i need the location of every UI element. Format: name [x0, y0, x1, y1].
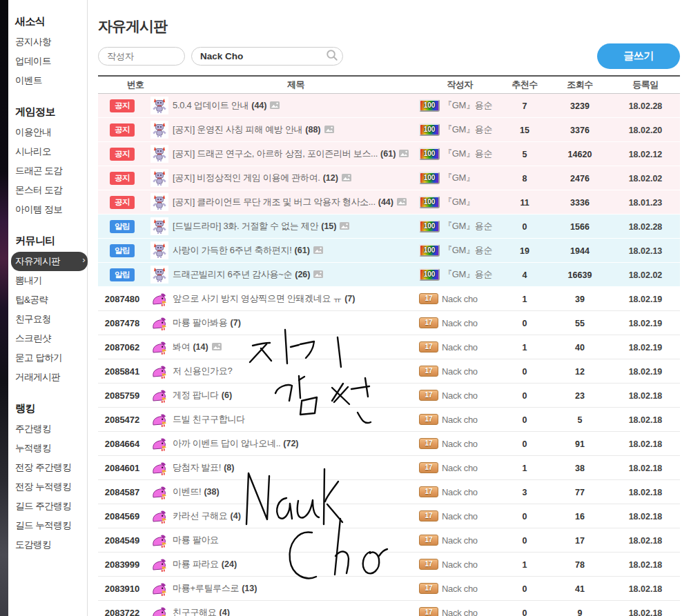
comment-count: (61) — [380, 149, 396, 159]
author-name[interactable]: Nack cho — [442, 487, 478, 497]
comment-count: (14) — [193, 342, 208, 352]
avatar-cell — [146, 314, 173, 332]
author-name[interactable]: Nack cho — [442, 318, 478, 328]
write-post-button[interactable]: 글쓰기 — [597, 43, 680, 69]
author-name[interactable]: 『GM』용순 — [443, 123, 492, 136]
post-title-link[interactable]: 마룡 팔아봐용 — [173, 317, 228, 329]
sidebar-item-도감랭킹[interactable]: 도감랭킹 — [14, 535, 87, 555]
post-title-link[interactable]: 앞으로 사기 방지 영상찍으면 안돼겠네요 ㅠ — [173, 292, 342, 305]
author-cell: 17Nack cho — [419, 462, 500, 473]
author-name[interactable]: Nack cho — [442, 294, 478, 304]
table-row: 공지[공지] 운영진 사칭 피해 예방 안내(88)100『GM』용순15337… — [98, 118, 680, 142]
post-badge: 공지 — [98, 148, 146, 161]
author-name[interactable]: 『GM』용순 — [443, 268, 492, 281]
author-name[interactable]: 『GM』용순 — [443, 148, 492, 160]
post-title-link[interactable]: 아까 이벤트 답이 않나오네.. — [173, 437, 280, 450]
search-button[interactable] — [325, 48, 338, 63]
comment-count: (72) — [283, 439, 298, 448]
views-cell: 39 — [549, 292, 611, 305]
sidebar-item-길드-누적랭킹[interactable]: 길드 누적랭킹 — [14, 516, 87, 535]
sidebar-item-거래게시판[interactable]: 거래게시판 — [14, 368, 87, 387]
search-input[interactable] — [200, 51, 325, 61]
sidebar-item-팁&공략[interactable]: 팁&공략 — [14, 290, 87, 310]
likes-cell: 0 — [500, 510, 549, 522]
table-row: 2083999마룡 파라요(24)17Nack cho17818.02.18 — [98, 553, 680, 577]
sidebar-item-이용안내[interactable]: 이용안내 — [14, 123, 87, 142]
post-title-link[interactable]: 게정 팝니다 — [173, 389, 219, 401]
table-row: 2087480앞으로 사기 방지 영상찍으면 안돼겠네요 ㅠ(7)17Nack … — [98, 287, 680, 311]
sidebar-item-자유게시판[interactable]: 자유게시판› — [11, 252, 88, 271]
author-name[interactable]: Nack cho — [442, 584, 478, 594]
author-name[interactable]: Nack cho — [442, 390, 478, 401]
post-title-link[interactable]: [공지] 운영진 사칭 피해 예방 안내 — [173, 123, 302, 136]
sidebar-item-누적랭킹[interactable]: 누적랭킹 — [14, 439, 87, 458]
title-cell: 앞으로 사기 방지 영상찍으면 안돼겠네요 ㅠ(7) — [173, 292, 419, 305]
sidebar-item-드래곤-도감[interactable]: 드래곤 도감 — [14, 161, 87, 181]
sidebar-item-친구요청[interactable]: 친구요청 — [14, 310, 87, 329]
search-box — [191, 47, 343, 66]
author-cell: 17Nack cho — [419, 317, 500, 328]
sidebar-item-주간랭킹[interactable]: 주간랭킹 — [14, 419, 87, 439]
author-name[interactable]: 『GM』용순 — [443, 99, 492, 112]
author-name[interactable]: Nack cho — [442, 535, 478, 546]
avatar-cell — [146, 290, 173, 308]
comment-count: (38) — [204, 487, 219, 497]
pet-avatar-icon — [150, 507, 168, 525]
notice-badge: 공지 — [110, 196, 135, 209]
post-title-link[interactable]: 당첨자 발표! — [173, 461, 221, 474]
sidebar-item-전장-주간랭킹[interactable]: 전장 주간랭킹 — [14, 458, 87, 477]
sidebar-item-시나리오[interactable]: 시나리오 — [14, 142, 87, 161]
post-title-link[interactable]: 사랑이 가득한 6주년 축하편지! — [173, 244, 292, 257]
sidebar-item-전장-누적랭킹[interactable]: 전장 누적랭킹 — [14, 477, 87, 497]
level-badge: 100 — [419, 220, 440, 232]
post-title-link[interactable]: [공지] 드래곤 연구소, 아르하 상점, 포이즌리버 보스... — [173, 148, 378, 160]
author-name[interactable]: Nack cho — [442, 511, 478, 521]
sidebar-item-몬스터-도감[interactable]: 몬스터 도감 — [14, 181, 87, 200]
post-title-link[interactable]: 이벤뜨! — [173, 486, 201, 498]
image-attachment-icon — [340, 220, 349, 232]
sidebar-item-공지사항[interactable]: 공지사항 — [14, 32, 87, 52]
post-title-link[interactable]: 봐여 — [173, 341, 190, 353]
author-name[interactable]: 『GM』용순 — [443, 244, 492, 257]
avatar-cell — [146, 507, 173, 525]
author-name[interactable]: Nack cho — [442, 559, 478, 570]
post-title-link[interactable]: [공지] 클라이언트 무단 개조 및 버그 악용자 형사소... — [173, 196, 376, 208]
author-name[interactable]: Nack cho — [442, 608, 478, 616]
sidebar-item-길드-주간랭킹[interactable]: 길드 주간랭킹 — [14, 497, 87, 516]
post-number-text: 2087480 — [105, 294, 140, 304]
post-title-link[interactable]: [공지] 비정상적인 게임 이용에 관하여. — [173, 172, 320, 184]
post-title-link[interactable]: 드빌 친구구합니다 — [173, 413, 245, 426]
author-name[interactable]: 『GM』용순 — [443, 220, 492, 232]
sidebar-item-업데이트[interactable]: 업데이트 — [14, 52, 87, 71]
level-badge: 100 — [419, 99, 440, 112]
author-name[interactable]: Nack cho — [442, 366, 478, 377]
post-title-link[interactable]: 저 신용인가요? — [173, 365, 232, 377]
post-title-link[interactable]: 마룡+루틸루스로 — [173, 582, 239, 595]
post-badge: 공지 — [98, 196, 146, 209]
avatar-cell — [146, 386, 173, 404]
author-name[interactable]: Nack cho — [442, 439, 478, 449]
main-content: 자유게시판 글쓰기 번호 제목 작성자 추천수 조회수 등록일 — [88, 0, 691, 616]
post-title-link[interactable]: [드빌드라마] 3화. 거절할 수 없는 제안 — [173, 220, 318, 232]
author-filter-input[interactable] — [98, 47, 185, 66]
post-title-link[interactable]: 마룡 파라요 — [173, 558, 219, 570]
post-title-link[interactable]: 카라선 구해요 — [173, 510, 228, 522]
views-cell: 41 — [549, 582, 611, 595]
sidebar-item-스크린샷[interactable]: 스크린샷 — [14, 329, 87, 348]
author-name[interactable]: Nack cho — [442, 463, 478, 473]
date-cell: 18.02.02 — [611, 172, 680, 184]
sidebar-item-뽐내기[interactable]: 뽐내기 — [14, 271, 87, 290]
author-name[interactable]: 『GM』 — [443, 196, 475, 208]
post-title-link[interactable]: 드래곤빌리지 6주년 감사용~순 — [173, 268, 292, 281]
sidebar-item-아이템-정보[interactable]: 아이템 정보 — [14, 200, 87, 219]
level-badge: 100 — [419, 172, 440, 184]
author-name[interactable]: Nack cho — [442, 342, 478, 352]
post-title-link[interactable]: 마룡 팔아요 — [173, 534, 219, 546]
sidebar-item-묻고-답하기[interactable]: 묻고 답하기 — [14, 348, 87, 368]
pet-avatar-icon — [150, 314, 168, 332]
post-title-link[interactable]: 친구구해요 — [173, 606, 217, 616]
post-title-link[interactable]: 5.0.4 업데이트 안내 — [173, 99, 249, 112]
sidebar-item-이벤트[interactable]: 이벤트 — [14, 71, 87, 90]
author-name[interactable]: Nack cho — [442, 415, 478, 425]
author-name[interactable]: 『GM』 — [443, 172, 475, 184]
